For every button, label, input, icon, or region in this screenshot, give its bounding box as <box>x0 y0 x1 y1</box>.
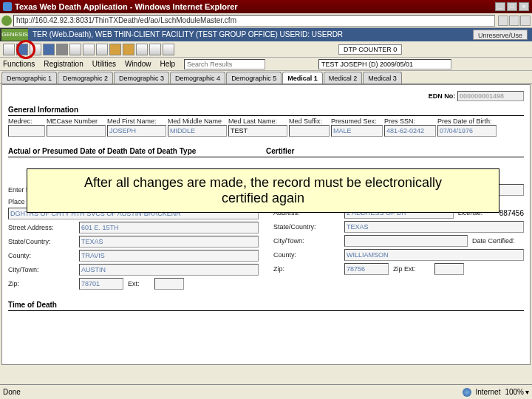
menu-registration[interactable]: Registration <box>44 60 83 68</box>
tab-demo4[interactable]: Demographic 4 <box>170 72 225 83</box>
save-button[interactable] <box>16 44 28 55</box>
status-zone: Internet <box>476 388 501 396</box>
cert-zipext-input[interactable] <box>434 263 464 275</box>
tool-btn-6[interactable] <box>69 44 81 55</box>
tool-btn-11[interactable] <box>136 44 148 55</box>
cert-zipext-label: Zip Ext: <box>393 265 430 273</box>
addr-button-3[interactable] <box>520 16 531 26</box>
menu-functions[interactable]: Functions <box>3 60 35 68</box>
general-header-text: General Information <box>8 106 78 114</box>
tab-med2[interactable]: Medical 2 <box>324 72 363 83</box>
last-label: Med Last Name: <box>228 117 287 125</box>
first-input[interactable]: JOSEPH <box>107 125 166 137</box>
tabstrip: Demographic 1 Demographic 2 Demographic … <box>0 71 532 84</box>
tab-med3[interactable]: Medical 3 <box>363 72 402 83</box>
zip-label: Zip: <box>8 280 75 287</box>
sex-input[interactable]: MALE <box>331 125 383 137</box>
facility-banner: TER (Web.Death), WEB THIN-CLIENT FACILIT… <box>28 28 532 41</box>
lic-value: 887456 <box>499 209 524 217</box>
menu-window[interactable]: Window <box>125 60 151 68</box>
suffix-input[interactable] <box>289 125 330 137</box>
cert-city-label: City/Town: <box>273 237 340 245</box>
general-header: General Information EDN No: 000000001498 <box>8 104 524 116</box>
time-section: Time of Death <box>8 299 524 311</box>
patient-input[interactable] <box>318 59 451 69</box>
middle-label: Med Middle Name <box>168 117 227 125</box>
ext-label: Ext: <box>128 280 150 287</box>
zoom-control[interactable]: 100% ▾ <box>505 388 529 396</box>
dob-input[interactable]: 07/04/1976 <box>437 125 497 137</box>
first-label: Med First Name: <box>107 117 166 125</box>
datecert-label: Date Certified: <box>472 237 524 245</box>
city-input[interactable]: AUSTIN <box>79 264 259 276</box>
ie-icon <box>3 2 12 11</box>
print-button[interactable] <box>56 44 68 55</box>
death-header-left: Actual or Presumed Date of Death Date of… <box>8 147 266 155</box>
zip-input[interactable]: 78701 <box>79 278 123 290</box>
tool-btn-8[interactable] <box>96 44 108 55</box>
cert-state-label: State/Country: <box>273 223 340 231</box>
medrec-label: Medrec: <box>8 117 45 125</box>
edn-label: EDN No: <box>429 92 456 100</box>
county-input[interactable]: TRAVIS <box>79 250 259 262</box>
cert-county-input[interactable]: WILLIAMSON <box>344 249 524 261</box>
tool-btn-10[interactable] <box>123 44 134 55</box>
maximize-button[interactable]: □ <box>507 2 517 11</box>
cert-city-input[interactable] <box>344 235 468 247</box>
tool-btn-3[interactable] <box>30 44 41 55</box>
status-bar: Done Internet 100% ▾ <box>0 384 532 399</box>
url-input[interactable]: http://160.42.92.3:8031/ThinTXDeath/ed/a… <box>13 15 495 27</box>
app-header: GENESIS TER (Web.Death), WEB THIN-CLIENT… <box>0 28 532 41</box>
dtp-counter: DTP COUNTER 0 <box>338 44 402 55</box>
toolbar: DTP COUNTER 0 <box>0 41 532 58</box>
death-header: Actual or Presumed Date of Death Date of… <box>8 146 524 157</box>
street-input[interactable]: 601 E. 15TH <box>79 222 259 233</box>
cert-county-label: County: <box>273 251 340 259</box>
tab-med1[interactable]: Medical 1 <box>282 72 323 83</box>
addr-button-2[interactable] <box>509 16 519 26</box>
medrec-input[interactable] <box>8 125 45 137</box>
tool-btn-1[interactable] <box>3 44 15 55</box>
tool-btn-4[interactable] <box>43 44 55 55</box>
sex-label: Presumed Sex: <box>331 117 383 125</box>
ext-input[interactable] <box>154 278 184 290</box>
suffix-label: Med Suffix: <box>289 117 330 125</box>
menu-help[interactable]: Help <box>160 60 176 68</box>
dob-label: Pres Date of Birth: <box>437 117 497 125</box>
tool-btn-9[interactable] <box>109 44 121 55</box>
address-bar: http://160.42.92.3:8031/ThinTXDeath/ed/a… <box>0 13 532 28</box>
mecase-label: MECase Number <box>47 117 106 125</box>
state-input[interactable]: TEXAS <box>79 236 259 248</box>
search-input[interactable] <box>184 59 265 69</box>
middle-input[interactable]: MIDDLE <box>168 125 227 137</box>
instruction-callout: After all changes are made, the record m… <box>27 168 499 213</box>
reload-icon[interactable] <box>1 16 12 26</box>
menu-utilities[interactable]: Utilities <box>92 60 116 68</box>
cert-state-input[interactable]: TEXAS <box>344 221 524 233</box>
cert-zip-input[interactable]: 78756 <box>344 263 389 275</box>
tab-demo5[interactable]: Demographic 5 <box>226 72 282 83</box>
state-label: State/Country: <box>8 238 75 245</box>
tool-btn-12[interactable] <box>149 44 161 55</box>
mecase-input[interactable] <box>47 125 106 137</box>
window-title: Texas Web Death Application - Windows In… <box>15 2 238 11</box>
cert-zip-label: Zip: <box>273 265 340 273</box>
tool-btn-7[interactable] <box>83 44 95 55</box>
tool-btn-13[interactable] <box>163 44 174 55</box>
tab-demo3[interactable]: Demographic 3 <box>114 72 169 83</box>
ssn-input[interactable]: 481-62-0242 <box>384 125 436 137</box>
addr-button-1[interactable] <box>498 16 508 26</box>
last-input[interactable]: TEST <box>228 125 287 137</box>
facility-text: TER (Web.Death), WEB THIN-CLIENT FACILIT… <box>33 30 343 38</box>
tab-demo2[interactable]: Demographic 2 <box>58 72 113 83</box>
window-titlebar: Texas Web Death Application - Windows In… <box>0 0 532 13</box>
minimize-button[interactable]: _ <box>495 2 505 11</box>
close-button[interactable]: × <box>519 2 529 11</box>
unreserve-button[interactable]: Unreserve/Use <box>473 30 528 40</box>
dtp-label: DTP COUNTER <box>344 46 392 53</box>
genesis-logo: GENESIS <box>1 29 28 41</box>
city-label: City/Town: <box>8 266 75 273</box>
chevron-down-icon: ▾ <box>525 388 529 396</box>
tab-demo1[interactable]: Demographic 1 <box>1 72 57 83</box>
county-label: County: <box>8 252 75 259</box>
